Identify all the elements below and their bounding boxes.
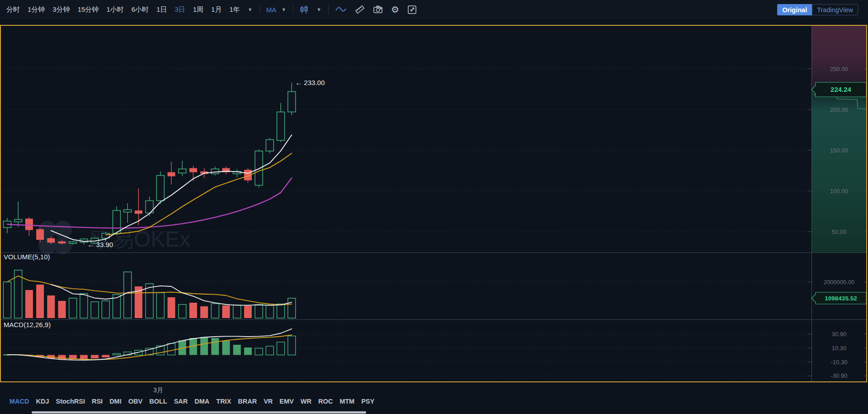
- indicator-tab-wr[interactable]: WR: [301, 398, 311, 405]
- chevron-down-icon[interactable]: ▼: [248, 7, 253, 12]
- timeframe-button-9[interactable]: 1月: [211, 5, 222, 14]
- toolbar: 分时1分钟3分钟15分钟1小时6小时1日3日1周1月1年 ▼ MA ▼ ▼: [0, 0, 868, 19]
- indicator-tab-psy[interactable]: PSY: [361, 398, 374, 405]
- svg-text:200.00: 200.00: [830, 106, 848, 113]
- timeframe-button-4[interactable]: 1小时: [106, 5, 123, 14]
- macd-series: [4, 329, 296, 360]
- indicator-tab-trix[interactable]: TRIX: [216, 398, 231, 405]
- timeframe-button-10[interactable]: 1年: [229, 5, 240, 14]
- svg-text:1098435.52: 1098435.52: [825, 295, 857, 302]
- indicator-tab-vr[interactable]: VR: [264, 398, 273, 405]
- low-price-annotation: ← 33.90: [87, 241, 113, 248]
- svg-text:224.24: 224.24: [830, 86, 852, 93]
- collapse-icon[interactable]: [407, 5, 417, 14]
- indicator-tab-dma[interactable]: DMA: [194, 398, 209, 405]
- timeframe-button-0[interactable]: 分时: [6, 5, 20, 14]
- ma-indicator-button[interactable]: MA: [266, 6, 277, 14]
- indicator-tab-mtm[interactable]: MTM: [340, 398, 354, 405]
- timeframe-button-1[interactable]: 1分钟: [28, 5, 45, 14]
- macd-axis-labels: 30.9010.30-10.30-30.90: [808, 331, 867, 380]
- pane-dividers: [0, 26, 867, 382]
- indicator-tab-obv[interactable]: OBV: [128, 398, 142, 405]
- indicator-tab-sar[interactable]: SAR: [174, 398, 188, 405]
- toolbar-divider: [328, 5, 329, 14]
- svg-text:100.00: 100.00: [830, 188, 848, 195]
- chevron-down-icon[interactable]: ▼: [281, 7, 286, 12]
- high-price-annotation: ← 233.00: [295, 79, 325, 86]
- svg-text:2000000.00: 2000000.00: [824, 279, 855, 286]
- tradingview-view-button[interactable]: TradingView: [812, 4, 858, 15]
- timeframe-button-8[interactable]: 1周: [193, 5, 203, 14]
- timeframe-group: 分时1分钟3分钟15分钟1小时6小时1日3日1周1月1年: [6, 5, 248, 14]
- original-view-button[interactable]: Original: [777, 4, 812, 15]
- indicator-tab-stochrsi[interactable]: StochRSI: [56, 398, 85, 405]
- toolbar-divider: [293, 5, 293, 14]
- indicator-tab-kdj[interactable]: KDJ: [36, 398, 49, 405]
- macd-pane-title: MACD(12,26,9): [4, 321, 51, 328]
- last-price-tag: 224.24: [811, 82, 866, 97]
- gridlines: [4, 69, 811, 376]
- volume-pane-title: VOLUME(5,10): [4, 253, 50, 261]
- timeframe-button-5[interactable]: 6小时: [132, 5, 149, 14]
- svg-text:150.00: 150.00: [830, 147, 848, 154]
- candle-series: [4, 83, 296, 245]
- indicator-tab-bar: MACDKDJStochRSIRSIDMIOBVBOLLSARDMATRIXBR…: [9, 398, 374, 405]
- indicator-tab-brar[interactable]: BRAR: [238, 398, 257, 405]
- volume-axis-labels: 2000000.00: [808, 279, 867, 286]
- indicator-tab-boll[interactable]: BOLL: [149, 398, 167, 405]
- depth-axis-panel: [812, 26, 867, 252]
- chevron-down-icon[interactable]: ▼: [316, 7, 321, 12]
- toolbar-divider: [259, 5, 260, 14]
- timeframe-button-6[interactable]: 1日: [156, 5, 167, 14]
- time-axis-label: 3月: [153, 386, 163, 395]
- timeframe-button-2[interactable]: 3分钟: [52, 5, 70, 14]
- indicator-tab-dmi[interactable]: DMI: [109, 398, 122, 405]
- svg-text:50.00: 50.00: [832, 228, 847, 235]
- ruler-icon[interactable]: [355, 5, 365, 14]
- indicator-tab-macd[interactable]: MACD: [9, 398, 29, 405]
- indicator-tab-rsi[interactable]: RSI: [92, 398, 103, 405]
- candle-style-icon[interactable]: [300, 5, 308, 14]
- indicator-tab-emv[interactable]: EMV: [279, 398, 293, 405]
- indicator-tab-roc[interactable]: ROC: [318, 398, 333, 405]
- svg-text:30.90: 30.90: [832, 331, 847, 338]
- chart-canvas[interactable]: 欧易OKEx250.00200.00150.00100.0050.0020000…: [0, 0, 868, 414]
- svg-text:-30.90: -30.90: [831, 372, 848, 379]
- timeframe-button-7[interactable]: 3日: [175, 5, 185, 14]
- timeframe-button-3[interactable]: 15分钟: [78, 5, 99, 14]
- chart-frame-border: [0, 25, 867, 382]
- wave-line-icon[interactable]: [335, 5, 347, 14]
- last-volume-tag: 1098435.52: [811, 292, 866, 304]
- gear-icon[interactable]: ⚙: [391, 5, 399, 14]
- camera-icon[interactable]: [373, 5, 383, 14]
- svg-text:10.30: 10.30: [832, 345, 847, 352]
- chart-view-toggle: Original TradingView: [777, 4, 858, 15]
- volume-series: [4, 270, 296, 318]
- svg-text:250.00: 250.00: [830, 66, 848, 72]
- svg-text:-10.30: -10.30: [831, 359, 848, 366]
- horizontal-scrollbar[interactable]: [32, 411, 366, 414]
